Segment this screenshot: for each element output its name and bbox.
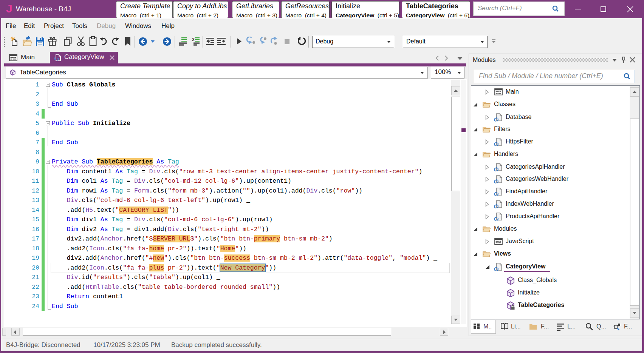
svg-text:2: 2 bbox=[192, 37, 195, 42]
